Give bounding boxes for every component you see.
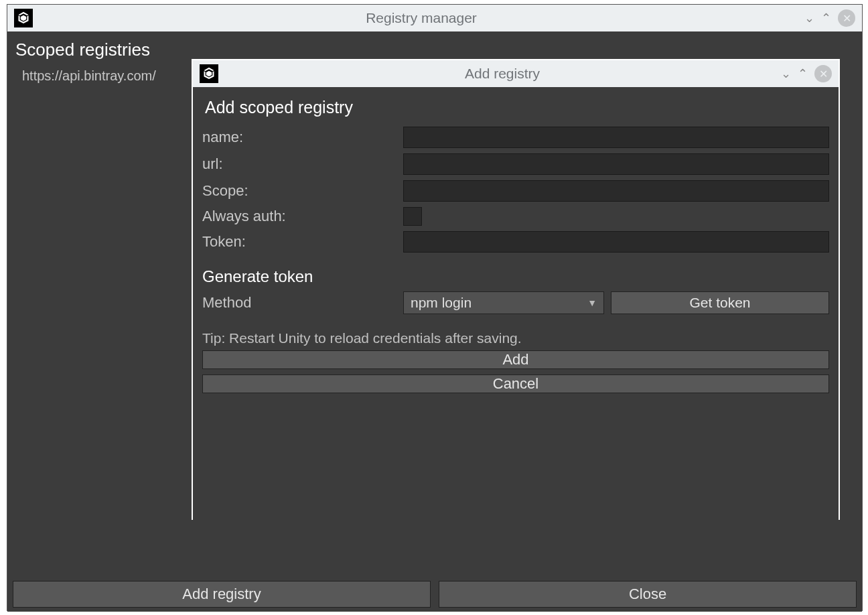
- get-token-button[interactable]: Get token: [611, 291, 829, 314]
- url-input[interactable]: [403, 153, 829, 175]
- add-registry-label: Add registry: [182, 586, 261, 603]
- modal-body: Add scoped registry name: url: Scope: Al…: [193, 87, 839, 521]
- add-registry-window: Add registry ⌄ ⌃ ✕ Add scoped registry n…: [192, 59, 840, 520]
- name-input[interactable]: [403, 127, 829, 148]
- main-window-title: Registry manager: [38, 10, 804, 26]
- chevron-down-icon[interactable]: ⌄: [804, 11, 814, 25]
- cancel-button[interactable]: Cancel: [202, 374, 829, 393]
- token-label: Token:: [202, 233, 403, 251]
- close-icon[interactable]: ✕: [814, 65, 832, 82]
- add-label: Add: [502, 351, 528, 368]
- unity-logo-icon: [14, 9, 33, 27]
- always-auth-checkbox[interactable]: [403, 207, 422, 226]
- get-token-label: Get token: [689, 295, 750, 311]
- add-button[interactable]: Add: [202, 350, 829, 369]
- add-scoped-registry-heading: Add scoped registry: [205, 98, 829, 117]
- unity-logo-icon: [200, 64, 218, 83]
- always-auth-label: Always auth:: [202, 208, 403, 225]
- scope-input[interactable]: [403, 180, 829, 202]
- cancel-label: Cancel: [493, 375, 538, 393]
- main-titlebar[interactable]: Registry manager ⌄ ⌃ ✕: [7, 5, 862, 31]
- method-label: Method: [202, 294, 396, 312]
- name-label: name:: [202, 129, 403, 146]
- add-registry-button[interactable]: Add registry: [13, 581, 431, 608]
- scope-label: Scope:: [202, 182, 403, 200]
- close-button[interactable]: Close: [439, 581, 857, 608]
- close-label: Close: [629, 586, 666, 603]
- token-input[interactable]: [403, 231, 829, 253]
- chevron-down-icon[interactable]: ⌄: [781, 66, 791, 81]
- method-select-value: npm login: [411, 295, 472, 311]
- url-label: url:: [202, 155, 403, 173]
- caret-down-icon: ▼: [587, 297, 597, 308]
- chevron-up-icon[interactable]: ⌃: [798, 66, 808, 81]
- chevron-up-icon[interactable]: ⌃: [821, 11, 831, 25]
- modal-titlebar[interactable]: Add registry ⌄ ⌃ ✕: [193, 60, 839, 87]
- close-icon[interactable]: ✕: [838, 9, 855, 27]
- tip-text: Tip: Restart Unity to reload credentials…: [202, 330, 829, 346]
- method-select[interactable]: npm login ▼: [403, 291, 604, 314]
- modal-window-title: Add registry: [224, 66, 781, 82]
- generate-token-heading: Generate token: [202, 267, 829, 286]
- scoped-registries-heading: Scoped registries: [15, 40, 857, 60]
